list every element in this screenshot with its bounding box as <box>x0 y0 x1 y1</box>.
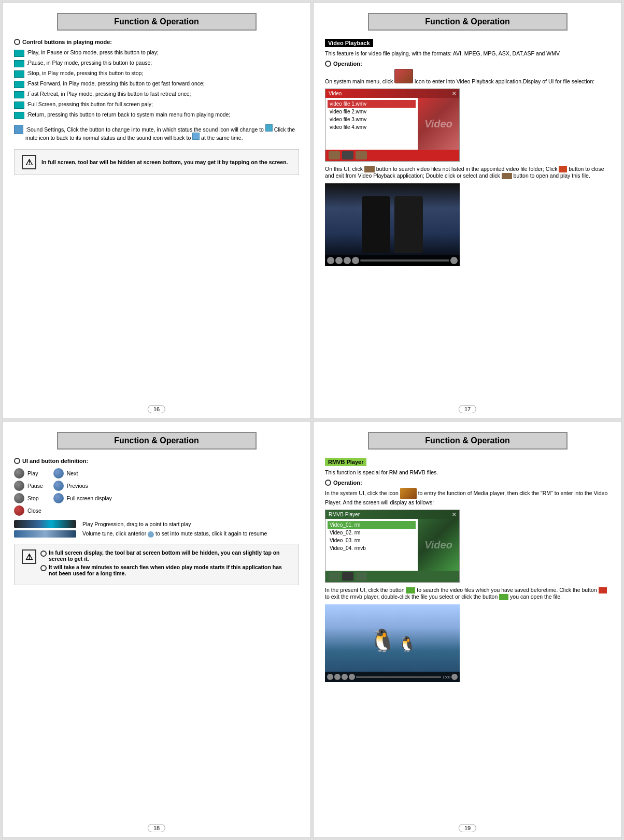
control-item-pause: :Pause, in Play mode, pressing this butt… <box>14 60 299 67</box>
control-label-fr: :Fast Retreat, in Play mode, pressing th… <box>26 91 191 97</box>
volume-bar <box>14 530 76 538</box>
fr-icon-btn <box>14 91 24 98</box>
page-number-19: 19 <box>459 824 476 832</box>
op-bullet-19 <box>325 480 331 486</box>
page-title-16: Function & Operation <box>114 17 199 26</box>
mute-icon <box>265 124 273 132</box>
rmvb-label: RMVB Player <box>325 458 366 466</box>
rmvb-play-btn[interactable] <box>356 572 367 581</box>
bottom-text-19: In the present UI, click the button to s… <box>325 587 610 600</box>
p-ctrl-1 <box>327 674 333 680</box>
pause-circle-btn <box>14 481 24 491</box>
play-icon-btn <box>14 50 24 57</box>
rmvb-ui-header: RMVB Player ✕ <box>325 510 459 519</box>
rmvb-ui-title: RMVB Player <box>329 512 360 517</box>
fullscreen-icon-btn <box>14 102 24 109</box>
video-file-1[interactable]: video file 1.wmv <box>328 100 416 108</box>
bottom-text-17: On this UI, click button to search video… <box>325 166 610 179</box>
control-label-fullscreen: :Full Screen, pressing this button for f… <box>26 101 153 107</box>
page-title-19: Function & Operation <box>425 436 510 445</box>
penguin-controls: 15:0 <box>325 672 460 682</box>
page-title-18: Function & Operation <box>114 436 199 445</box>
rmvb-close-x[interactable]: ✕ <box>452 512 456 517</box>
control-label-stop: :Stop, in Play mode, pressing this butto… <box>26 70 143 76</box>
video-close-x[interactable]: ✕ <box>452 91 456 96</box>
video-controls-bar <box>325 255 460 266</box>
sound-note-item: :Sound Settings, Click the button to cha… <box>14 124 299 141</box>
progression-bar <box>14 520 76 528</box>
warning-1: In full screen display, the tool bar at … <box>40 549 291 562</box>
search-btn-icon[interactable] <box>329 151 340 160</box>
volume-mute-dot <box>148 531 154 538</box>
section-label-18: UI and button definition: <box>22 458 88 464</box>
stop-label: Stop <box>27 495 39 501</box>
video-ui-footer <box>325 150 459 161</box>
ui-def-close: Close <box>14 505 43 516</box>
play-btn-icon[interactable] <box>356 151 367 160</box>
ctrl-dot-1 <box>327 257 334 264</box>
rmvb-file-1[interactable]: Video_01. rm <box>328 521 416 529</box>
warning-box-16: ⚠ In full screen, tool bar will be hidde… <box>14 149 299 175</box>
warning-text-16: In full screen, tool bar will be hidden … <box>41 159 288 165</box>
control-item-fr: :Fast Retreat, in Play mode, pressing th… <box>14 91 299 98</box>
page-number-17: 17 <box>459 405 476 413</box>
video-file-2[interactable]: video file 2.wmv <box>328 108 416 115</box>
media-icon-placeholder <box>394 69 413 83</box>
warning-text-1: In full screen display, the tool bar at … <box>49 549 291 562</box>
video-figures <box>362 196 423 253</box>
ui-def-play: Play <box>14 468 43 479</box>
video-file-4[interactable]: video file 4.wmv <box>328 123 416 131</box>
video-file-3[interactable]: video file 3.wmv <box>328 115 416 123</box>
page-title-17: Function & Operation <box>425 17 510 26</box>
p-time: 15:0 <box>442 675 450 679</box>
page-18: Function & Operation UI and button defin… <box>2 421 311 838</box>
control-item-play: :Play, in Pause or Stop mode, press this… <box>14 49 299 57</box>
rmvb-ui-footer <box>325 571 459 582</box>
ff-icon-btn <box>14 81 24 88</box>
video-ui-list: video file 1.wmv video file 2.wmv video … <box>325 98 418 150</box>
ctrl-dot-3 <box>344 257 351 264</box>
op-text-17: On system main menu, click icon to enter… <box>325 69 610 84</box>
page-number-18: 18 <box>148 824 165 832</box>
prev-label: Previous <box>67 483 88 489</box>
bullet-circle-18 <box>14 458 20 464</box>
operation-header-17: Operation: <box>325 61 610 67</box>
sound-note-text: :Sound Settings, Click the button to cha… <box>25 124 299 141</box>
rmvb-ui-list: Video_01. rm Video_02. rm Video_03. rm V… <box>325 519 418 571</box>
control-label-ff: :Fast Forward, in Play mode, pressing th… <box>26 80 205 86</box>
stop-icon-btn <box>14 70 24 78</box>
control-label-pause: :Pause, in Play mode, pressing this butt… <box>26 60 152 66</box>
rmvb-file-4[interactable]: Video_04. rmvb <box>328 544 416 552</box>
ui-def-fullscreen: Full screen display <box>53 493 112 503</box>
page-title-box-16: Function & Operation <box>57 13 257 31</box>
play-label: Play <box>27 470 38 476</box>
control-item-stop: :Stop, in Play mode, pressing this butto… <box>14 70 299 78</box>
volume-row: Volume tune, click anterior to set into … <box>14 530 299 538</box>
figures-row <box>362 196 423 253</box>
play-circle-btn <box>14 468 24 479</box>
close-circle-btn <box>14 505 24 516</box>
ui-def-left: Play Pause Stop Close <box>14 468 43 516</box>
figure-right <box>394 196 423 253</box>
rmvb-file-3[interactable]: Video_03. rm <box>328 537 416 544</box>
op-text-19: In the system UI, click the icon to entr… <box>325 488 610 505</box>
control-label-return: :Return, pressing this button to return … <box>26 111 230 118</box>
rmvb-file-2[interactable]: Video_02. rm <box>328 529 416 537</box>
sound-note-section: :Sound Settings, Click the button to cha… <box>14 124 299 141</box>
close-btn-icon[interactable] <box>342 151 353 160</box>
ctrl-dot-5 <box>450 257 458 264</box>
page-number-16: 16 <box>148 405 165 413</box>
prev-circle-btn <box>53 481 64 491</box>
w-dot-2 <box>40 565 47 571</box>
rmvb-close-btn[interactable] <box>342 572 353 581</box>
rmvb-search-inline <box>406 587 415 593</box>
rmvb-media-icon <box>400 488 417 499</box>
rmvb-search-btn[interactable] <box>329 572 340 581</box>
progression-label: Play Progression, drag to a point to sta… <box>82 521 191 527</box>
search-inline-btn <box>364 166 375 172</box>
ui-def-row: Play Pause Stop Close Next <box>14 468 299 516</box>
video-ui-body: video file 1.wmv video file 2.wmv video … <box>325 98 459 150</box>
rmvb-exit-inline <box>599 587 607 593</box>
p-ctrl-4 <box>349 674 355 680</box>
ui-def-right: Next Previous Full screen display <box>53 468 112 516</box>
